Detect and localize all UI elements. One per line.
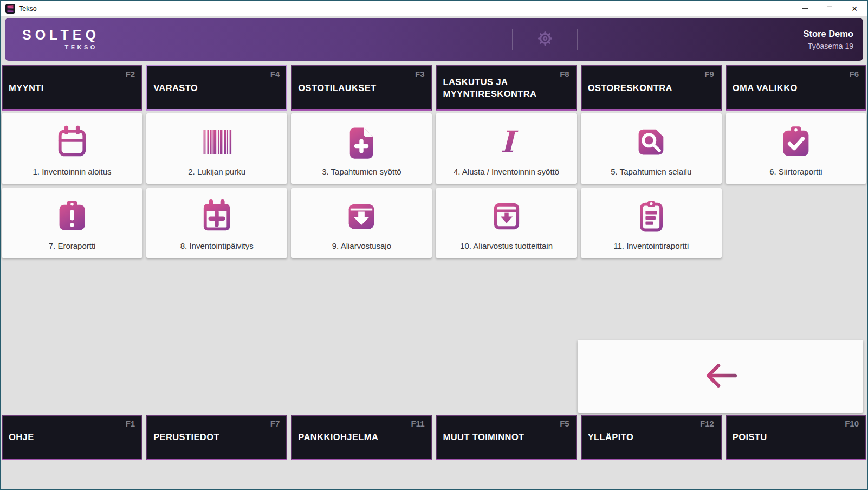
- menu-tile-perustiedot[interactable]: F7 PERUSTIEDOT: [146, 415, 287, 460]
- app-logo-icon: [5, 4, 15, 14]
- fkey-label: F9: [704, 69, 714, 79]
- store-name: Store Demo: [803, 29, 853, 39]
- titlebar: Tekso ✕: [1, 1, 867, 16]
- fkey-label: F8: [560, 69, 569, 79]
- settings-button[interactable]: [534, 27, 556, 51]
- clipboard-check-icon: [778, 113, 814, 167]
- function-tile-row-2: 7. Eroraportti: [2, 188, 866, 258]
- document-search-icon: [633, 113, 670, 167]
- top-menu-row: F2 MYYNTI F4 VARASTO F3 OSTOTILAUKSET F8…: [2, 65, 866, 111]
- fkey-label: F4: [270, 69, 280, 79]
- close-button[interactable]: ✕: [842, 1, 867, 16]
- tile-aliarvostusajo[interactable]: 9. Aliarvostusajo: [291, 188, 432, 258]
- window-title: Tekso: [19, 5, 37, 12]
- tile-inventointipaivitys[interactable]: 8. Inventointipäivitys: [146, 188, 287, 258]
- calendar-icon: [54, 113, 90, 167]
- tile-alusta-inventoinnin-syotto[interactable]: I 4. Alusta / Inventoinnin syöttö: [436, 113, 576, 184]
- session-info: Store Demo Työasema 19: [803, 29, 853, 50]
- tile-tapahtumien-syotto[interactable]: 3. Tapahtumien syöttö: [291, 113, 432, 184]
- brand-logo: SOLTEQ TEKSO: [22, 28, 100, 50]
- menu-tile-muut-toiminnot[interactable]: F5 MUUT TOIMINNOT: [436, 415, 576, 460]
- archive-down-outline-icon: [488, 188, 525, 241]
- tile-inventointiraportti[interactable]: 11. Inventointiraportti: [581, 188, 722, 258]
- tile-inventoinnin-aloitus[interactable]: 1. Inventoinnin aloitus: [2, 113, 142, 184]
- svg-text:I: I: [500, 124, 519, 159]
- fkey-label: F6: [849, 69, 859, 79]
- menu-tile-varasto[interactable]: F4 VARASTO: [146, 65, 287, 111]
- header-divider: [577, 29, 578, 50]
- menu-tile-pankkiohjelma[interactable]: F11 PANKKIOHJELMA: [291, 415, 432, 460]
- clipboard-alert-icon: [54, 188, 90, 241]
- tile-aliarvostus-tuotteittain[interactable]: 10. Aliarvostus tuotteittain: [436, 188, 576, 258]
- fkey-label: F5: [560, 419, 569, 428]
- function-tile-row-1: 1. Inventoinnin aloitus: [2, 113, 866, 184]
- header-divider: [512, 29, 513, 50]
- clipboard-list-icon: [633, 188, 670, 241]
- barcode-icon: [198, 113, 235, 167]
- minimize-button[interactable]: [792, 1, 817, 16]
- tile-lukijan-purku[interactable]: 2. Lukijan purku: [146, 113, 287, 184]
- gear-icon: [534, 27, 556, 51]
- minimize-icon: [802, 8, 808, 9]
- arrow-left-icon: [701, 360, 741, 394]
- fkey-label: F3: [415, 69, 425, 79]
- app-header: SOLTEQ TEKSO: [5, 18, 863, 61]
- menu-tile-ostotilaukset[interactable]: F3 OSTOTILAUKSET: [291, 65, 432, 111]
- fkey-label: F2: [126, 69, 135, 79]
- menu-tile-ohje[interactable]: F1 OHJE: [2, 415, 142, 460]
- app-window: Tekso ✕ SOLTEQ TEKSO: [0, 0, 868, 490]
- menu-tile-oma-valikko[interactable]: F6 OMA VALIKKO: [726, 65, 866, 111]
- close-icon: ✕: [851, 5, 858, 12]
- brand-name: SOLTEQ: [22, 28, 100, 42]
- menu-tile-laskutus[interactable]: F8 LASKUTUS JA MYYNTIRESKONTRA: [436, 65, 576, 111]
- tile-eroraportti[interactable]: 7. Eroraportti: [2, 188, 142, 258]
- menu-tile-myynti[interactable]: F2 MYYNTI: [2, 65, 142, 111]
- tile-tapahtumien-selailu[interactable]: 5. Tapahtumien selailu: [581, 113, 722, 184]
- fkey-label: F11: [411, 419, 424, 428]
- menu-tile-poistu[interactable]: F10 POISTU: [726, 415, 866, 460]
- bottom-menu-row: F1 OHJE F7 PERUSTIEDOT F11 PANKKIOHJELMA…: [2, 415, 866, 460]
- header-center: [512, 28, 578, 51]
- fkey-label: F1: [126, 419, 135, 428]
- archive-down-icon: [343, 188, 380, 241]
- italic-i-icon: I: [488, 113, 525, 167]
- maximize-button[interactable]: [817, 1, 842, 16]
- tile-siirtoraportti[interactable]: 6. Siirtoraportti: [726, 113, 866, 184]
- fkey-label: F10: [845, 419, 859, 428]
- maximize-icon: [827, 6, 832, 11]
- main-content: SOLTEQ TEKSO: [1, 16, 867, 489]
- calendar-add-icon: [198, 188, 235, 241]
- menu-tile-yllapito[interactable]: F12 YLLÄPITO: [581, 415, 722, 460]
- fkey-label: F12: [700, 419, 714, 428]
- workstation-label: Työasema 19: [803, 42, 853, 50]
- menu-tile-ostoreskontra[interactable]: F9 OSTORESKONTRA: [581, 65, 722, 111]
- back-button[interactable]: [578, 340, 863, 413]
- fkey-label: F7: [270, 419, 280, 428]
- document-add-icon: [343, 113, 380, 167]
- brand-product: TEKSO: [22, 44, 100, 50]
